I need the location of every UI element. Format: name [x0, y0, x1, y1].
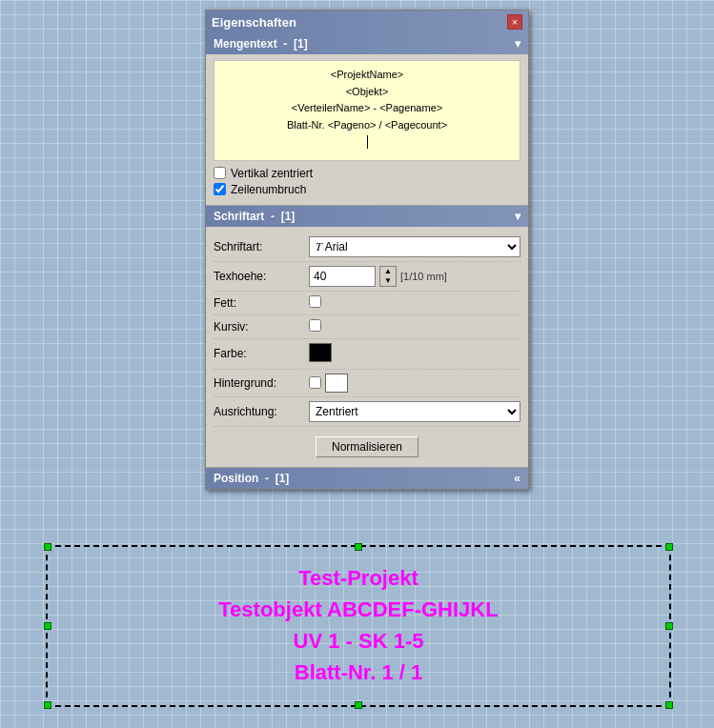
bold-checkbox[interactable] — [309, 295, 321, 308]
handle-bottomleft[interactable] — [44, 701, 51, 709]
textsize-row: Texhoehe: ▲ ▼ [1/10 mm] — [214, 262, 520, 292]
word-wrap-row: Zeilenumbruch — [214, 183, 520, 196]
bold-row: Fett: — [214, 292, 520, 315]
bg-control — [309, 374, 520, 393]
canvas-line3: UV 1 - SK 1-5 — [46, 625, 671, 657]
color-row: Farbe: — [214, 339, 520, 370]
font-row: Schriftart: 𝑇 Arial — [214, 233, 520, 262]
schriftart-content: Schriftart: 𝑇 Arial Texhoehe: ▲ ▼ [1/10 … — [206, 227, 528, 468]
italic-control — [309, 319, 520, 334]
bg-checkbox[interactable] — [309, 376, 321, 389]
font-label: Schriftart: — [214, 240, 309, 253]
font-select[interactable]: 𝑇 Arial — [309, 236, 520, 257]
properties-dialog: Eigenschaften × Mengentext - [1] ▾ <Proj… — [205, 10, 529, 490]
word-wrap-checkbox[interactable] — [214, 183, 226, 195]
align-label: Ausrichtung: — [214, 405, 309, 418]
textsize-up-button[interactable]: ▲ — [380, 267, 396, 276]
textsize-spinner: ▲ ▼ — [379, 266, 397, 287]
normalize-button[interactable]: Normalisieren — [316, 436, 418, 457]
vertical-center-row: Vertikal zentriert — [214, 167, 520, 180]
normalize-button-row: Normalisieren — [214, 427, 520, 461]
preview-line2: <Objekt> — [220, 84, 514, 101]
word-wrap-label: Zeilenumbruch — [231, 183, 306, 196]
preview-line4: Blatt-Nr. <Pageno> / <Pagecount> — [220, 117, 514, 134]
bg-row: Hintergrund: — [214, 370, 520, 397]
schriftart-collapse-icon: ▾ — [515, 210, 520, 223]
position-collapse-icon: « — [514, 472, 520, 485]
bold-control — [309, 295, 520, 311]
dialog-title: Eigenschaften — [212, 15, 296, 30]
mengentext-section-header[interactable]: Mengentext - [1] ▾ — [206, 33, 528, 54]
canvas-text-block: Test-Projekt Testobjekt ABCDEF-GHIJKL UV… — [46, 562, 671, 688]
handle-bottomright[interactable] — [665, 701, 673, 709]
italic-label: Kursiv: — [214, 320, 309, 334]
mengentext-collapse-icon: ▾ — [515, 37, 520, 51]
handle-topleft[interactable] — [44, 543, 51, 551]
bg-label: Hintergrund: — [214, 376, 309, 390]
textsize-control: ▲ ▼ [1/10 mm] — [309, 266, 520, 287]
vertical-center-label: Vertikal zentriert — [231, 167, 313, 180]
canvas-line4: Blatt-Nr. 1 / 1 — [46, 657, 671, 688]
mengentext-header-label: Mengentext - [1] — [214, 37, 308, 51]
bg-color-swatch[interactable] — [325, 374, 348, 393]
schriftart-section-header[interactable]: Schriftart - [1] ▾ — [206, 206, 528, 227]
font-control: 𝑇 Arial — [309, 236, 520, 257]
position-header-label: Position - [1] — [214, 472, 289, 485]
schriftart-header-label: Schriftart - [1] — [214, 210, 295, 223]
textsize-label: Texhoehe: — [214, 270, 309, 283]
italic-checkbox[interactable] — [309, 319, 321, 332]
canvas-line2: Testobjekt ABCDEF-GHIJKL — [46, 594, 671, 625]
color-swatch[interactable] — [309, 343, 332, 362]
mengentext-content: <ProjektName> <Objekt> <VerteilerName> -… — [206, 54, 528, 206]
textsize-unit: [1/10 mm] — [400, 271, 447, 282]
text-preview[interactable]: <ProjektName> <Objekt> <VerteilerName> -… — [214, 60, 520, 161]
bold-label: Fett: — [214, 296, 309, 310]
preview-line3: <VerteilerName> - <Pagename> — [220, 100, 514, 117]
textsize-down-button[interactable]: ▼ — [380, 276, 396, 286]
color-control — [309, 343, 520, 365]
dialog-close-button[interactable]: × — [507, 14, 522, 30]
vertical-center-checkbox[interactable] — [214, 167, 226, 179]
canvas-line1: Test-Projekt — [46, 562, 671, 594]
align-control: Links Zentriert Rechts — [309, 401, 520, 422]
handle-topmid[interactable] — [355, 543, 362, 551]
handle-topright[interactable] — [665, 543, 673, 551]
align-select[interactable]: Links Zentriert Rechts — [309, 401, 520, 422]
position-section-header[interactable]: Position - [1] « — [206, 468, 528, 489]
color-label: Farbe: — [214, 347, 309, 360]
italic-row: Kursiv: — [214, 315, 520, 339]
cursor-line — [367, 135, 368, 149]
preview-line1: <ProjektName> — [220, 67, 514, 84]
textsize-input[interactable] — [309, 266, 376, 287]
align-row: Ausrichtung: Links Zentriert Rechts — [214, 397, 520, 427]
dialog-titlebar: Eigenschaften × — [206, 10, 528, 33]
handle-bottommid[interactable] — [355, 701, 362, 709]
